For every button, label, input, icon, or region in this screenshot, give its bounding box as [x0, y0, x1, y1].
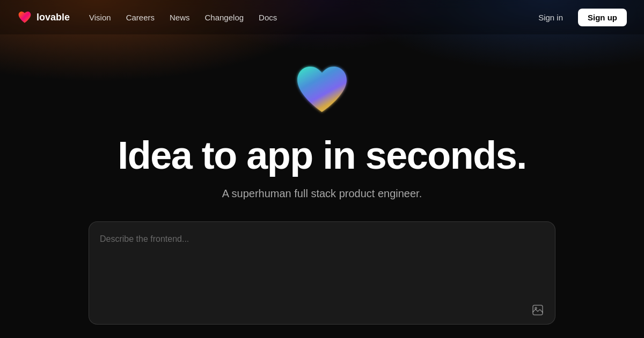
nav-link-changelog[interactable]: Changelog: [205, 13, 244, 22]
hero-heart-icon: [292, 60, 352, 119]
nav-link-news[interactable]: News: [170, 13, 190, 22]
hero-subtitle: A superhuman full stack product engineer…: [222, 188, 422, 200]
svg-point-1: [535, 307, 537, 309]
input-footer: [100, 304, 544, 317]
nav-left: lovable Vision Careers News Changelog Do…: [17, 10, 277, 25]
hero-heart-container: [292, 60, 352, 119]
hero-section: Idea to app in seconds. A superhuman ful…: [0, 34, 644, 325]
sign-up-button[interactable]: Sign up: [578, 9, 627, 26]
logo-text: lovable: [36, 12, 70, 23]
logo-heart-icon: [17, 10, 32, 25]
image-upload-icon[interactable]: [531, 304, 544, 317]
nav-link-vision[interactable]: Vision: [89, 13, 111, 22]
nav-right: Sign in Sign up: [530, 9, 627, 26]
hero-title: Idea to app in seconds.: [118, 134, 526, 177]
nav-link-careers[interactable]: Careers: [126, 13, 155, 22]
prompt-input-container: [89, 221, 555, 325]
navbar: lovable Vision Careers News Changelog Do…: [0, 0, 644, 34]
nav-links: Vision Careers News Changelog Docs: [89, 13, 277, 22]
nav-link-docs[interactable]: Docs: [259, 13, 277, 22]
logo-link[interactable]: lovable: [17, 10, 70, 25]
sign-in-button[interactable]: Sign in: [530, 9, 572, 26]
prompt-textarea[interactable]: [100, 233, 544, 297]
